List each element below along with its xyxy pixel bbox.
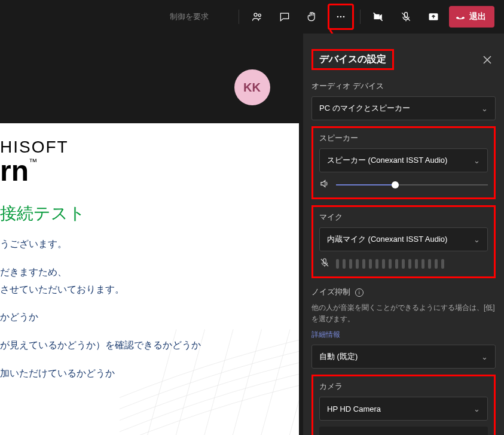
chevron-down-icon: ⌄ [474,156,480,165]
slide-text-1: うございます。 [0,236,299,253]
close-icon[interactable] [479,51,496,68]
camera-section-highlight: カメラ HP HD Camera ⌄ HP HD Camera [311,375,496,435]
slide-text-3: かどうか [0,309,299,326]
speaker-volume-slider[interactable] [336,179,488,191]
leave-button[interactable]: 退出 [449,6,494,28]
audio-device-label: オーディオ デバイス [311,81,496,92]
mic-muted-icon [319,257,330,270]
svg-point-2 [337,16,339,18]
volume-icon [319,178,330,191]
request-control-text[interactable]: 制御を要求 [170,11,209,22]
chevron-down-icon: ⌄ [481,104,488,113]
device-settings-panel: デバイスの設定 オーディオ デバイス PC のマイクとスピーカー ⌄ スピーカー… [303,34,504,435]
noise-value: 自動 (既定) [319,351,358,362]
decorative-wireframe [120,279,299,435]
trademark: ™ [29,157,37,166]
main-area: KK HISOFT rn™ 接続テスト うございます。 だきますため、 させてい… [0,34,504,435]
chevron-down-icon: ⌄ [474,404,480,413]
brand-line-2: rn [0,155,29,187]
slide-heading: 接続テスト [0,202,299,225]
mic-section-highlight: マイク 内蔵マイク (Conexant ISST Audio) ⌄ [311,205,496,278]
svg-point-0 [254,13,257,16]
chevron-down-icon: ⌄ [481,352,488,361]
noise-help-text: 他の人が音楽を聞くことができるようにする場合は、[低] を選びます。 [311,302,496,325]
camera-label: カメラ [319,381,488,392]
raise-hand-icon[interactable] [300,5,324,29]
svg-point-3 [340,16,342,18]
svg-point-4 [343,16,345,18]
mic-off-icon[interactable] [394,5,418,29]
avatar[interactable]: KK [234,69,270,105]
speaker-value: スピーカー (Conexant ISST Audio) [327,155,447,166]
divider [360,10,361,24]
audio-device-dropdown[interactable]: PC のマイクとスピーカー ⌄ [311,96,496,120]
share-screen-icon[interactable] [421,5,445,29]
slide-text-4: が見えているかどうか）を確認できるかどうか [0,337,299,354]
brand-line-1: HISOFT [0,138,299,157]
chevron-down-icon: ⌄ [474,235,480,244]
avatar-initials: KK [243,81,261,95]
mic-level-meter [336,259,488,269]
camera-preview-label: HP HD Camera [319,427,488,435]
mic-value: 内蔵マイク (Conexant ISST Audio) [327,234,447,245]
speaker-dropdown[interactable]: スピーカー (Conexant ISST Audio) ⌄ [319,148,488,172]
chat-icon[interactable] [273,5,297,29]
camera-off-icon[interactable] [366,5,390,29]
mic-label: マイク [319,212,488,223]
noise-suppression-dropdown[interactable]: 自動 (既定) ⌄ [311,345,496,369]
divider [239,10,239,24]
slide-text-5: 加いただけているかどうか [0,365,299,382]
audio-device-value: PC のマイクとスピーカー [319,103,410,114]
speaker-label: スピーカー [319,133,488,144]
camera-value: HP HD Camera [327,404,381,413]
svg-point-1 [258,14,261,16]
meeting-topbar: 制御を要求 退出 [0,0,504,34]
slide-text-2: だきますため、 させていただいております。 [0,264,299,299]
panel-title: デバイスの設定 [311,49,394,70]
noise-more-info-link[interactable]: 詳細情報 [311,330,340,340]
more-actions-icon[interactable] [328,4,354,30]
speaker-section-highlight: スピーカー スピーカー (Conexant ISST Audio) ⌄ [311,126,496,199]
mic-dropdown[interactable]: 内蔵マイク (Conexant ISST Audio) ⌄ [319,227,488,251]
camera-dropdown[interactable]: HP HD Camera ⌄ [319,397,488,421]
shared-screen-content: HISOFT rn™ 接続テスト うございます。 だきますため、 させていただい… [0,123,299,435]
leave-label: 退出 [469,11,486,22]
people-icon[interactable] [245,5,269,29]
info-icon[interactable]: i [355,288,364,297]
noise-suppression-label: ノイズ抑制 i [311,287,496,297]
